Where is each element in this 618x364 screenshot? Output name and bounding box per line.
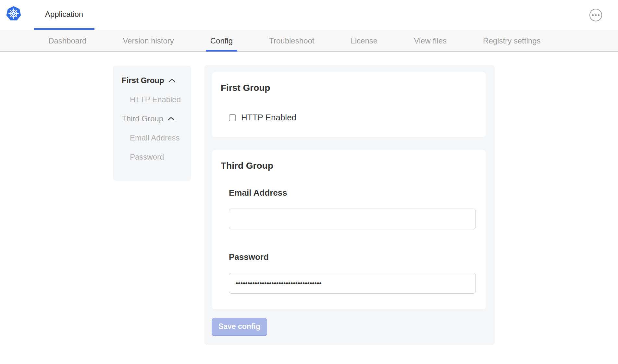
tab-config[interactable]: Config [210,30,233,51]
app-nav: Dashboard Version history Config Trouble… [0,30,618,52]
application-tab[interactable]: Application [34,0,94,30]
config-group-first: First Group HTTP Enabled [212,72,486,137]
application-tab-label: Application [45,10,83,19]
app-screen: Application Dashboard Version history Co… [0,0,618,364]
kubernetes-logo-icon [6,6,21,21]
password-input[interactable] [229,273,476,294]
header: Application [0,0,618,30]
group-title-first: First Group [221,83,486,92]
group-title-third: Third Group [221,161,486,170]
email-address-input[interactable] [229,209,476,229]
overflow-menu-button[interactable] [589,9,602,21]
config-group-third: Third Group Email Address Password [212,150,486,309]
sidebar-item-email-address[interactable]: Email Address [113,128,191,147]
tab-version-history[interactable]: Version history [123,30,174,51]
sidebar-item-http-enabled[interactable]: HTTP Enabled [113,90,191,109]
http-enabled-row: HTTP Enabled [229,113,486,123]
tab-license[interactable]: License [351,30,377,51]
tab-view-files[interactable]: View files [414,30,447,51]
config-sidebar: First Group HTTP Enabled Third Group Ema… [113,66,191,181]
ellipsis-icon [592,14,594,16]
chevron-up-icon [167,116,175,121]
tab-troubleshoot[interactable]: Troubleshoot [269,30,314,51]
email-address-label: Email Address [229,188,486,197]
http-enabled-checkbox[interactable] [229,114,236,121]
config-panel: First Group HTTP Enabled Third Group Ema… [204,65,495,345]
chevron-up-icon [168,78,176,83]
password-label: Password [229,253,486,261]
sidebar-item-password[interactable]: Password [113,147,191,166]
sidebar-item-first-group[interactable]: First Group [113,71,191,90]
tab-registry-settings[interactable]: Registry settings [483,30,540,51]
save-config-button[interactable]: Save config [212,318,267,336]
tab-dashboard[interactable]: Dashboard [48,30,86,51]
sidebar-item-third-group[interactable]: Third Group [113,109,191,128]
http-enabled-label: HTTP Enabled [241,113,296,123]
